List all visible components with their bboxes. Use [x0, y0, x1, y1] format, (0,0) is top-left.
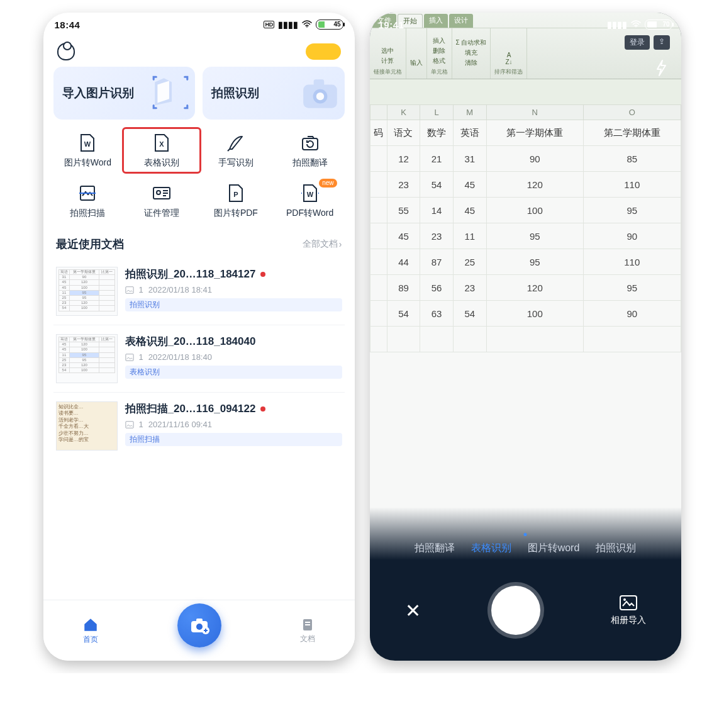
- doc-date: 2021/11/16 09:41: [148, 420, 212, 429]
- premium-toggle[interactable]: [306, 43, 341, 60]
- svg-point-25: [623, 598, 626, 601]
- image-icon: [125, 353, 134, 362]
- doc-title: 拍照扫描_20…116_094122: [125, 401, 256, 416]
- gallery-icon: [150, 73, 191, 115]
- mode-option[interactable]: 图片转word: [528, 542, 580, 555]
- doc-thumbnail: 英语第一学期体重比第一 319045120 451001195 25952312…: [56, 267, 118, 316]
- tool-label: 证件管理: [144, 208, 179, 219]
- svg-rect-21: [305, 622, 310, 623]
- unread-dot: [260, 406, 265, 412]
- tool-table-recognition[interactable]: X 表格识别: [125, 132, 199, 169]
- hd-icon: HD: [264, 21, 274, 28]
- doc-date: 2022/01/18 18:40: [148, 352, 212, 362]
- svg-rect-22: [305, 624, 310, 625]
- tool-label: 表格识别: [144, 157, 179, 169]
- doc-title: 拍照识别_20…118_184127: [125, 267, 256, 281]
- album-import-button[interactable]: 相册导入: [611, 595, 646, 626]
- tool-photo-translate[interactable]: 拍照翻译: [273, 132, 347, 169]
- signal-icon: ▮▮▮▮: [278, 20, 298, 30]
- status-icons: ▮▮▮▮ 70: [607, 20, 672, 30]
- take-photo-card[interactable]: 拍照识别: [203, 67, 345, 120]
- camera-mode-selector[interactable]: 拍照翻译 表格识别 图片转word 拍照识别: [370, 542, 681, 555]
- svg-rect-15: [125, 421, 133, 428]
- svg-point-23: [635, 26, 637, 28]
- tool-id-manage[interactable]: 证件管理: [125, 182, 199, 219]
- svg-point-0: [306, 26, 308, 28]
- pdf-icon: P: [225, 182, 247, 204]
- doc-thumbnail: 英语第一学期体重比第一 4512045100 11952595 23120541…: [56, 334, 118, 383]
- tool-img2word[interactable]: W 图片转Word: [51, 132, 125, 169]
- status-icons: HD ▮▮▮▮ 45: [264, 20, 343, 30]
- list-item[interactable]: 知识比金…读书要…活到老学…千金方看…大少壮不努力…学问是…的宝 拍照扫描_20…: [53, 393, 345, 459]
- doc-date: 2022/01/18 18:41: [148, 285, 212, 294]
- doc-count: 1: [139, 285, 143, 294]
- flash-icon[interactable]: [654, 59, 669, 79]
- login-button[interactable]: 登录: [625, 35, 650, 50]
- doc-list: 英语第一学期体重比第一 319045120 451001195 25952312…: [43, 255, 355, 462]
- camera-viewport: 文件 开始 插入 设计 选中计算链接单元格 输入 插入删除格式单元格 Σ 自动求…: [370, 13, 681, 661]
- signal-icon: ▮▮▮▮: [607, 20, 627, 30]
- bottom-nav: 首页 文档: [43, 600, 355, 661]
- doc-title: 表格识别_20…118_184040: [125, 334, 256, 349]
- tool-pdf2word[interactable]: new W PDF转Word: [273, 182, 347, 219]
- list-item[interactable]: 英语第一学期体重比第一 4512045100 11952595 23120541…: [53, 325, 345, 393]
- tool-img2pdf[interactable]: P 图片转PDF: [199, 182, 273, 219]
- home-screen: 18:44 HD ▮▮▮▮ 45 导入图片识别 拍照识别: [43, 13, 355, 661]
- svg-point-4: [316, 92, 323, 100]
- doc-count: 1: [139, 420, 143, 429]
- import-image-card[interactable]: 导入图片识别: [53, 67, 196, 120]
- tool-label: 图片转Word: [64, 157, 111, 169]
- profile-icon[interactable]: [57, 43, 75, 60]
- camera-refresh-icon: [299, 132, 321, 154]
- recent-docs-title: 最近使用文档: [56, 237, 124, 252]
- doc-thumbnail: 知识比金…读书要…活到老学…千金方看…大少壮不努力…学问是…的宝: [56, 401, 118, 451]
- import-image-label: 导入图片识别: [62, 85, 134, 101]
- svg-text:W: W: [84, 140, 91, 148]
- list-item[interactable]: 英语第一学期体重比第一 319045120 451001195 25952312…: [53, 258, 345, 325]
- quill-icon: [225, 132, 247, 154]
- tool-handwriting[interactable]: 手写识别: [199, 132, 273, 169]
- word-icon: W: [77, 132, 98, 154]
- status-time: 19:41: [379, 20, 404, 30]
- mode-option[interactable]: 表格识别: [471, 542, 511, 555]
- home-icon: [82, 617, 99, 633]
- share-icon[interactable]: ⇪: [654, 35, 670, 50]
- svg-rect-17: [196, 619, 203, 622]
- svg-rect-7: [303, 138, 318, 150]
- status-time: 18:44: [55, 20, 81, 30]
- close-icon[interactable]: ✕: [405, 600, 421, 622]
- shutter-button[interactable]: [491, 586, 540, 635]
- image-icon: [125, 420, 134, 429]
- camera-screen: 19:41 ▮▮▮▮ 70 登录 ⇪ 文件 开始 插入 设计 选中计: [370, 13, 681, 661]
- svg-point-10: [157, 191, 160, 194]
- scan-icon: [77, 182, 98, 204]
- document-icon: [300, 617, 315, 632]
- id-card-icon: [151, 182, 172, 204]
- camera-plus-icon: [189, 615, 210, 636]
- tool-photo-scan[interactable]: 拍照扫描: [51, 182, 125, 219]
- nav-home[interactable]: 首页: [82, 617, 99, 645]
- wifi-icon: [631, 20, 641, 30]
- new-badge: new: [319, 179, 337, 188]
- svg-rect-24: [620, 596, 637, 610]
- camera-bottom-bar: ✕ 相册导入: [370, 560, 681, 661]
- mode-option[interactable]: 拍照翻译: [415, 542, 455, 555]
- tool-label: PDF转Word: [286, 208, 333, 219]
- gallery-icon: [619, 595, 638, 611]
- mode-indicator-dot: [524, 533, 527, 536]
- image-icon: [125, 286, 134, 294]
- svg-rect-13: [125, 286, 133, 293]
- fab-camera[interactable]: [177, 603, 221, 647]
- battery-icon: 70: [645, 20, 672, 30]
- wifi-icon: [302, 20, 312, 30]
- chevron-right-icon: ›: [339, 239, 342, 249]
- take-photo-label: 拍照识别: [211, 85, 259, 101]
- battery-icon: 45: [316, 20, 343, 30]
- nav-docs[interactable]: 文档: [300, 617, 315, 644]
- mode-option[interactable]: 拍照识别: [596, 542, 636, 555]
- svg-text:X: X: [159, 140, 164, 148]
- tool-label: 图片转PDF: [214, 208, 258, 219]
- svg-rect-2: [313, 79, 324, 86]
- all-docs-link[interactable]: 全部文档 ›: [303, 238, 342, 250]
- status-bar: 18:44 HD ▮▮▮▮ 45: [43, 13, 355, 36]
